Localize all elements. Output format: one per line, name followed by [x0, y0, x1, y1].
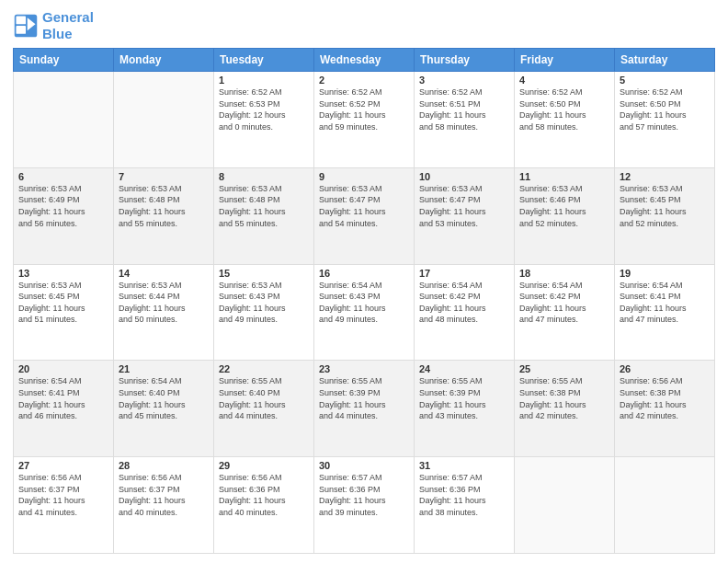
calendar-week-row: 6Sunrise: 6:53 AM Sunset: 6:49 PM Daylig…: [14, 167, 715, 264]
calendar-cell: 12Sunrise: 6:53 AM Sunset: 6:45 PM Dayli…: [615, 167, 715, 264]
day-number: 5: [620, 75, 710, 86]
day-number: 9: [319, 171, 409, 182]
logo: General Blue: [13, 9, 94, 42]
calendar-cell: 6Sunrise: 6:53 AM Sunset: 6:49 PM Daylig…: [14, 167, 114, 264]
logo-text: General Blue: [42, 9, 94, 42]
calendar-cell: 1Sunrise: 6:52 AM Sunset: 6:53 PM Daylig…: [214, 72, 314, 168]
calendar-cell: 21Sunrise: 6:54 AM Sunset: 6:40 PM Dayli…: [114, 361, 214, 457]
day-info: Sunrise: 6:52 AM Sunset: 6:53 PM Dayligh…: [219, 86, 309, 132]
calendar-cell: 14Sunrise: 6:53 AM Sunset: 6:44 PM Dayli…: [114, 264, 214, 361]
day-number: 13: [18, 268, 108, 279]
calendar-cell: 7Sunrise: 6:53 AM Sunset: 6:48 PM Daylig…: [114, 167, 214, 264]
day-info: Sunrise: 6:54 AM Sunset: 6:42 PM Dayligh…: [419, 280, 509, 326]
calendar-cell: 5Sunrise: 6:52 AM Sunset: 6:50 PM Daylig…: [615, 72, 715, 168]
day-info: Sunrise: 6:54 AM Sunset: 6:42 PM Dayligh…: [519, 280, 609, 326]
day-info: Sunrise: 6:53 AM Sunset: 6:48 PM Dayligh…: [119, 183, 209, 229]
calendar-cell: [515, 457, 615, 554]
day-number: 2: [319, 75, 409, 86]
logo-icon: [13, 13, 39, 39]
day-info: Sunrise: 6:53 AM Sunset: 6:48 PM Dayligh…: [219, 183, 309, 229]
calendar-cell: 17Sunrise: 6:54 AM Sunset: 6:42 PM Dayli…: [415, 264, 515, 361]
day-info: Sunrise: 6:56 AM Sunset: 6:36 PM Dayligh…: [219, 472, 309, 518]
calendar-header-monday: Monday: [114, 49, 214, 72]
day-info: Sunrise: 6:56 AM Sunset: 6:37 PM Dayligh…: [18, 472, 108, 518]
day-number: 30: [319, 460, 409, 471]
day-info: Sunrise: 6:52 AM Sunset: 6:51 PM Dayligh…: [419, 86, 509, 132]
calendar-cell: 13Sunrise: 6:53 AM Sunset: 6:45 PM Dayli…: [14, 264, 114, 361]
calendar-week-row: 1Sunrise: 6:52 AM Sunset: 6:53 PM Daylig…: [14, 72, 715, 168]
calendar-cell: 30Sunrise: 6:57 AM Sunset: 6:36 PM Dayli…: [314, 457, 415, 554]
calendar-cell: [14, 72, 114, 168]
day-number: 25: [519, 363, 609, 374]
day-info: Sunrise: 6:55 AM Sunset: 6:38 PM Dayligh…: [519, 375, 609, 421]
day-number: 23: [319, 363, 409, 374]
day-info: Sunrise: 6:52 AM Sunset: 6:50 PM Dayligh…: [620, 86, 710, 132]
day-info: Sunrise: 6:57 AM Sunset: 6:36 PM Dayligh…: [419, 472, 509, 518]
calendar-cell: 23Sunrise: 6:55 AM Sunset: 6:39 PM Dayli…: [314, 361, 415, 457]
calendar-week-row: 20Sunrise: 6:54 AM Sunset: 6:41 PM Dayli…: [14, 361, 715, 457]
day-info: Sunrise: 6:53 AM Sunset: 6:47 PM Dayligh…: [419, 183, 509, 229]
calendar-cell: 15Sunrise: 6:53 AM Sunset: 6:43 PM Dayli…: [214, 264, 314, 361]
day-number: 29: [219, 460, 309, 471]
calendar-cell: 9Sunrise: 6:53 AM Sunset: 6:47 PM Daylig…: [314, 167, 415, 264]
calendar-cell: [114, 72, 214, 168]
calendar-cell: 2Sunrise: 6:52 AM Sunset: 6:52 PM Daylig…: [314, 72, 415, 168]
calendar-header-wednesday: Wednesday: [314, 49, 415, 72]
calendar-cell: [615, 457, 715, 554]
day-info: Sunrise: 6:53 AM Sunset: 6:44 PM Dayligh…: [119, 280, 209, 326]
calendar-header-row: SundayMondayTuesdayWednesdayThursdayFrid…: [14, 49, 715, 72]
day-info: Sunrise: 6:54 AM Sunset: 6:40 PM Dayligh…: [119, 375, 209, 421]
day-number: 3: [419, 75, 509, 86]
header: General Blue: [13, 9, 715, 42]
day-info: Sunrise: 6:53 AM Sunset: 6:45 PM Dayligh…: [18, 280, 108, 326]
day-number: 27: [18, 460, 108, 471]
day-info: Sunrise: 6:53 AM Sunset: 6:46 PM Dayligh…: [519, 183, 609, 229]
calendar-header-tuesday: Tuesday: [214, 49, 314, 72]
day-number: 22: [219, 363, 309, 374]
day-number: 14: [119, 268, 209, 279]
day-info: Sunrise: 6:52 AM Sunset: 6:52 PM Dayligh…: [319, 86, 409, 132]
day-number: 16: [319, 268, 409, 279]
calendar-header-friday: Friday: [515, 49, 615, 72]
calendar-cell: 31Sunrise: 6:57 AM Sunset: 6:36 PM Dayli…: [415, 457, 515, 554]
day-number: 20: [18, 363, 108, 374]
calendar-cell: 16Sunrise: 6:54 AM Sunset: 6:43 PM Dayli…: [314, 264, 415, 361]
day-info: Sunrise: 6:53 AM Sunset: 6:49 PM Dayligh…: [18, 183, 108, 229]
day-number: 8: [219, 171, 309, 182]
day-number: 26: [620, 363, 710, 374]
calendar-header-thursday: Thursday: [415, 49, 515, 72]
day-number: 1: [219, 75, 309, 86]
calendar-week-row: 13Sunrise: 6:53 AM Sunset: 6:45 PM Dayli…: [14, 264, 715, 361]
calendar-cell: 25Sunrise: 6:55 AM Sunset: 6:38 PM Dayli…: [515, 361, 615, 457]
day-number: 18: [519, 268, 609, 279]
day-number: 7: [119, 171, 209, 182]
day-info: Sunrise: 6:55 AM Sunset: 6:39 PM Dayligh…: [419, 375, 509, 421]
day-info: Sunrise: 6:54 AM Sunset: 6:41 PM Dayligh…: [620, 280, 710, 326]
svg-rect-2: [17, 17, 27, 25]
calendar-cell: 8Sunrise: 6:53 AM Sunset: 6:48 PM Daylig…: [214, 167, 314, 264]
day-number: 19: [620, 268, 710, 279]
day-info: Sunrise: 6:55 AM Sunset: 6:40 PM Dayligh…: [219, 375, 309, 421]
day-info: Sunrise: 6:52 AM Sunset: 6:50 PM Dayligh…: [519, 86, 609, 132]
calendar-week-row: 27Sunrise: 6:56 AM Sunset: 6:37 PM Dayli…: [14, 457, 715, 554]
day-number: 15: [219, 268, 309, 279]
day-number: 10: [419, 171, 509, 182]
day-info: Sunrise: 6:53 AM Sunset: 6:47 PM Dayligh…: [319, 183, 409, 229]
calendar-cell: 19Sunrise: 6:54 AM Sunset: 6:41 PM Dayli…: [615, 264, 715, 361]
day-info: Sunrise: 6:56 AM Sunset: 6:38 PM Dayligh…: [620, 375, 710, 421]
day-info: Sunrise: 6:53 AM Sunset: 6:43 PM Dayligh…: [219, 280, 309, 326]
calendar-cell: 22Sunrise: 6:55 AM Sunset: 6:40 PM Dayli…: [214, 361, 314, 457]
page: General Blue SundayMondayTuesdayWednesda…: [0, 0, 728, 563]
day-info: Sunrise: 6:54 AM Sunset: 6:41 PM Dayligh…: [18, 375, 108, 421]
day-info: Sunrise: 6:54 AM Sunset: 6:43 PM Dayligh…: [319, 280, 409, 326]
calendar-cell: 27Sunrise: 6:56 AM Sunset: 6:37 PM Dayli…: [14, 457, 114, 554]
day-number: 28: [119, 460, 209, 471]
day-info: Sunrise: 6:55 AM Sunset: 6:39 PM Dayligh…: [319, 375, 409, 421]
day-info: Sunrise: 6:56 AM Sunset: 6:37 PM Dayligh…: [119, 472, 209, 518]
day-number: 17: [419, 268, 509, 279]
day-number: 31: [419, 460, 509, 471]
day-number: 24: [419, 363, 509, 374]
day-number: 4: [519, 75, 609, 86]
day-info: Sunrise: 6:53 AM Sunset: 6:45 PM Dayligh…: [620, 183, 710, 229]
day-number: 11: [519, 171, 609, 182]
